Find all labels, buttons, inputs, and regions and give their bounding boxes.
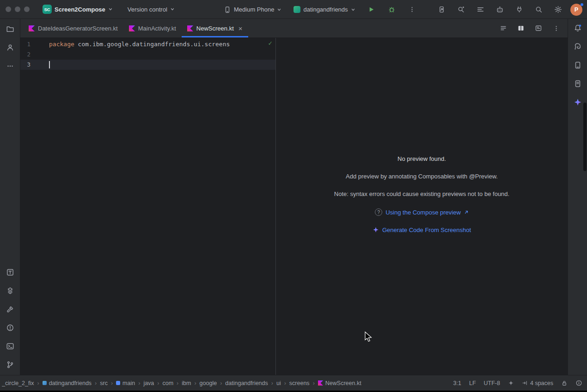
- breadcrumb-item[interactable]: main: [116, 380, 135, 386]
- module-icon: [43, 381, 47, 385]
- kotlin-file-icon: [29, 25, 35, 31]
- tab-newscreen[interactable]: NewScreen.kt ×: [182, 19, 248, 37]
- design-view-icon: [535, 24, 542, 32]
- tab-label: MainActivity.kt: [138, 25, 176, 32]
- user-avatar[interactable]: P: [570, 4, 582, 16]
- breadcrumb-item-file[interactable]: NewScreen.kt: [318, 380, 361, 386]
- project-tool-button[interactable]: [3, 22, 18, 37]
- play-icon: [368, 6, 375, 13]
- line-separator-widget[interactable]: LF: [469, 380, 476, 386]
- code-line[interactable]: 2: [20, 49, 275, 60]
- editor-tab-bar: DateIdeasGeneratorScreen.kt MainActivity…: [20, 19, 568, 38]
- text-caret: [49, 61, 50, 68]
- code-view-button[interactable]: [496, 21, 510, 35]
- preview-message-hint: Add preview by annotating Composables wi…: [346, 173, 498, 181]
- chevron-down-icon: [108, 7, 113, 12]
- breadcrumb-separator: ›: [37, 380, 39, 386]
- inspections-ok-icon[interactable]: ✓: [269, 40, 272, 46]
- breadcrumb-item[interactable]: google: [200, 380, 217, 386]
- more-actions-button[interactable]: [405, 3, 419, 17]
- breadcrumb-item[interactable]: com: [162, 380, 173, 386]
- caret-position-widget[interactable]: 3:1: [453, 380, 461, 386]
- main-area: DateIdeasGeneratorScreen.kt MainActivity…: [0, 19, 587, 375]
- write-access-widget[interactable]: [561, 380, 568, 386]
- breadcrumb-item[interactable]: datingandfriends: [225, 380, 268, 386]
- breadcrumb-label: screens: [289, 380, 310, 386]
- build-variants-tool-button[interactable]: [3, 283, 18, 298]
- right-tool-stripe: [568, 19, 587, 375]
- indent-widget[interactable]: 4 spaces: [522, 380, 553, 386]
- run-config-selector[interactable]: datingandfriends: [291, 4, 358, 15]
- more-tools-button[interactable]: [3, 59, 18, 74]
- breadcrumb-item[interactable]: _circle_2_fix: [2, 380, 34, 386]
- search-everywhere-button[interactable]: [532, 3, 545, 17]
- breadcrumb-item[interactable]: screens: [289, 380, 310, 386]
- text-frame-icon: [6, 268, 14, 276]
- breadcrumb-label: datingandfriends: [225, 380, 268, 386]
- chevron-down-icon: [351, 7, 355, 12]
- breadcrumb-item[interactable]: src: [100, 380, 108, 386]
- breadcrumb-item[interactable]: java: [143, 380, 154, 386]
- device-manager-button[interactable]: [570, 58, 585, 73]
- ai-assistant-button[interactable]: [570, 95, 585, 110]
- code-text: package com.ibm.google.datingandfriends.…: [49, 39, 230, 49]
- ai-status-widget[interactable]: [508, 380, 514, 386]
- scrollbar-thumb[interactable]: [583, 103, 587, 171]
- info-widget[interactable]: [575, 380, 582, 386]
- code-editor[interactable]: 1 package com.ibm.google.datingandfriend…: [20, 38, 275, 375]
- close-tab-button[interactable]: ×: [238, 25, 243, 32]
- gear-icon: [554, 6, 562, 13]
- editor-options-button[interactable]: [549, 21, 563, 35]
- breadcrumb-label: ui: [276, 380, 281, 386]
- debug-button[interactable]: [385, 3, 399, 17]
- breadcrumbs: _circle_2_fix › datingandfriends › src ›…: [2, 380, 361, 386]
- breadcrumb-label: google: [200, 380, 217, 386]
- device-explorer-button[interactable]: [570, 76, 585, 91]
- code-search-button[interactable]: [454, 3, 468, 17]
- device-connect-button[interactable]: [512, 3, 526, 17]
- code-line-current[interactable]: 3: [20, 60, 275, 70]
- preview-message-note: Note: syntax errors could cause existing…: [334, 190, 509, 199]
- breadcrumb-item[interactable]: ibm: [182, 380, 191, 386]
- settings-button[interactable]: [551, 3, 565, 17]
- logcat-icon: [477, 6, 484, 13]
- gradle-tool-button[interactable]: [570, 39, 585, 54]
- gemini-button[interactable]: [493, 3, 507, 17]
- device-selector-label: Medium Phone: [234, 6, 274, 13]
- tab-mainactivity[interactable]: MainActivity.kt: [123, 19, 182, 37]
- problems-tool-button[interactable]: [3, 320, 18, 335]
- code-line[interactable]: 1 package com.ibm.google.datingandfriend…: [20, 39, 275, 49]
- breadcrumb-label: NewScreen.kt: [325, 380, 361, 386]
- breadcrumb-item[interactable]: ui: [276, 380, 281, 386]
- problems-icon: [6, 324, 14, 332]
- kotlin-file-icon: [187, 25, 193, 31]
- zoom-window-button[interactable]: [24, 6, 30, 12]
- keyword-token: package: [49, 41, 74, 48]
- compose-preview-help-link[interactable]: ? Using the Compose preview: [375, 208, 469, 216]
- ui-check-tool-button[interactable]: [3, 265, 18, 280]
- device-mirroring-button[interactable]: [434, 3, 448, 17]
- logcat-button[interactable]: [473, 3, 487, 17]
- kebab-menu-icon: [553, 25, 560, 32]
- lock-icon: [561, 380, 568, 386]
- design-view-button[interactable]: [532, 21, 545, 35]
- build-tool-button[interactable]: [3, 302, 18, 317]
- generate-code-from-screenshot-link[interactable]: Generate Code From Screenshot: [373, 226, 471, 234]
- close-window-button[interactable]: [6, 6, 11, 12]
- version-control-tool-button[interactable]: [3, 357, 18, 372]
- version-control-widget[interactable]: Version control: [125, 4, 177, 15]
- ai-sparkle-icon: [574, 98, 582, 106]
- collaboration-tool-button[interactable]: [3, 40, 18, 55]
- line-number: 1: [20, 39, 49, 49]
- encoding-widget[interactable]: UTF-8: [484, 380, 500, 386]
- notifications-button[interactable]: [570, 21, 585, 36]
- ai-sparkle-icon: [373, 227, 379, 233]
- tab-dateideasgeneratorscreen[interactable]: DateIdeasGeneratorScreen.kt: [23, 19, 123, 37]
- terminal-tool-button[interactable]: [3, 339, 18, 354]
- run-button[interactable]: [365, 3, 379, 17]
- split-view-button[interactable]: [514, 21, 528, 35]
- project-widget[interactable]: SC Screen2Compose: [40, 3, 116, 16]
- device-selector[interactable]: Medium Phone: [221, 4, 284, 15]
- breadcrumb-item[interactable]: datingandfriends: [43, 380, 92, 386]
- minimize-window-button[interactable]: [15, 6, 20, 12]
